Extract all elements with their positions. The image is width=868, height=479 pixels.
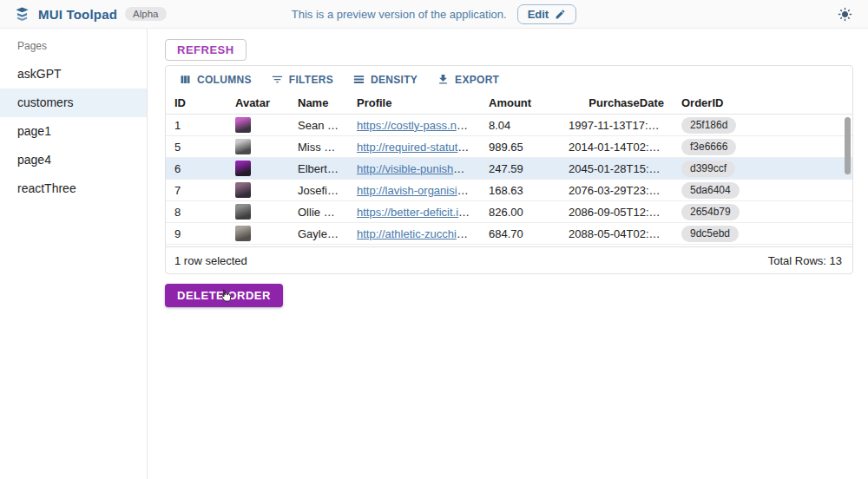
- toolbar-button-label: COLUMNS: [197, 74, 252, 86]
- table-row[interactable]: 8Ollie Green...https://better-deficit.in…: [166, 201, 852, 223]
- table-row[interactable]: 9Gayle Den...http://athletic-zucchini.or…: [166, 223, 852, 245]
- cell-avatar: [227, 139, 289, 154]
- preview-banner: This is a preview version of the applica…: [257, 4, 611, 24]
- column-header-profile[interactable]: Profile: [348, 96, 480, 109]
- cell-order-id: 25f186d: [673, 117, 852, 134]
- profile-link[interactable]: http://required-statute.org: [357, 141, 480, 154]
- page-customers: REFRESH COLUMNSFILTERSDENSITYEXPORT IDAv…: [148, 29, 868, 479]
- cell-purchase-date: 2088-05-04T02:31:03.294Z: [560, 227, 673, 240]
- cell-profile: http://lavish-organising.name: [348, 184, 480, 197]
- avatar: [235, 161, 251, 176]
- avatar: [235, 182, 251, 198]
- column-header-id[interactable]: ID: [166, 96, 227, 109]
- cell-avatar: [227, 204, 289, 220]
- cell-amount: 684.70: [480, 227, 560, 240]
- cell-profile: http://required-statute.org: [348, 141, 480, 154]
- profile-link[interactable]: http://athletic-zucchini.org: [357, 227, 480, 240]
- cell-amount: 989.65: [480, 141, 560, 154]
- toolbar-density-button[interactable]: DENSITY: [346, 70, 424, 89]
- view-columns-icon: [179, 73, 192, 86]
- table-row[interactable]: 6Elbert McL...http://visible-punishment.…: [166, 158, 852, 180]
- cell-order-id: 5da6404: [673, 182, 852, 199]
- app-title: MUI Toolpad: [38, 7, 117, 22]
- cell-profile: http://visible-punishment.net: [348, 162, 480, 175]
- cell-purchase-date: 1997-11-13T17:24:11.769Z: [560, 119, 673, 132]
- order-id-chip: 5da6404: [681, 182, 740, 199]
- toolbar-button-label: FILTERS: [289, 74, 333, 86]
- avatar: [235, 117, 251, 133]
- cell-name: Gayle Den...: [289, 227, 348, 240]
- cell-name: Miss Juan ...: [289, 141, 348, 154]
- cell-order-id: 9dc5ebd: [673, 226, 852, 242]
- cell-order-id: 2654b79: [673, 204, 852, 220]
- filter-icon: [271, 73, 284, 86]
- cell-purchase-date: 2014-01-14T02:37:28.536Z: [560, 141, 673, 154]
- cell-id: 8: [166, 206, 227, 219]
- data-grid-rows-viewport: 1Sean Harrishttps://costly-pass.name8.04…: [166, 115, 852, 246]
- profile-link[interactable]: https://better-deficit.info: [357, 206, 474, 219]
- column-header-avatar[interactable]: Avatar: [227, 96, 289, 109]
- sidebar-section-label: Pages: [0, 29, 147, 60]
- edit-button[interactable]: Edit: [517, 4, 577, 24]
- data-grid-footer: 1 row selected Total Rows: 13: [166, 246, 852, 273]
- toolbar-export-button[interactable]: EXPORT: [431, 70, 505, 89]
- cell-profile: https://costly-pass.name: [348, 119, 480, 132]
- cell-purchase-date: 2076-03-29T23:51:07.968Z: [560, 184, 673, 197]
- cell-purchase-date: 2086-09-05T12:37:27.015Z: [560, 206, 673, 219]
- theme-toggle-button[interactable]: [836, 5, 854, 23]
- cell-profile: https://better-deficit.info: [348, 206, 480, 219]
- order-id-chip: d399ccf: [681, 161, 735, 177]
- toolpad-logo-icon: [14, 6, 30, 23]
- cell-name: Sean Harris: [289, 119, 348, 132]
- toolbar-button-label: EXPORT: [455, 74, 499, 86]
- cell-id: 7: [166, 184, 227, 197]
- profile-link[interactable]: http://visible-punishment.net: [357, 162, 480, 175]
- sidebar-item-reactThree[interactable]: reactThree: [0, 174, 147, 203]
- toolbar-columns-button[interactable]: COLUMNS: [173, 70, 258, 89]
- column-header-orderid[interactable]: OrderID: [673, 96, 852, 109]
- data-grid-toolbar: COLUMNSFILTERSDENSITYEXPORT: [166, 66, 852, 91]
- avatar: [235, 204, 251, 220]
- cell-avatar: [227, 226, 289, 241]
- avatar: [235, 139, 251, 154]
- profile-link[interactable]: https://costly-pass.name: [357, 119, 478, 132]
- selected-rows-count: 1 row selected: [174, 254, 247, 267]
- column-header-amount[interactable]: Amount: [480, 96, 560, 109]
- sidebar-item-page1[interactable]: page1: [0, 117, 147, 146]
- table-row[interactable]: 7Josefina P...http://lavish-organising.n…: [166, 180, 852, 201]
- column-header-name[interactable]: Name: [289, 96, 348, 109]
- cell-avatar: [227, 182, 289, 198]
- cell-profile: http://athletic-zucchini.org: [348, 227, 480, 240]
- cell-id: 9: [166, 227, 227, 240]
- profile-link[interactable]: http://lavish-organising.name: [357, 184, 480, 197]
- sidebar-nav: askGPTcustomerspage1page4reactThree: [0, 60, 147, 203]
- delete-order-button[interactable]: DELETE ORDER: [165, 284, 283, 307]
- alpha-badge: Alpha: [125, 7, 166, 21]
- cell-id: 1: [166, 119, 227, 132]
- cell-name: Ollie Green...: [289, 206, 348, 219]
- order-id-chip: 25f186d: [681, 117, 736, 134]
- cell-id: 6: [166, 162, 227, 175]
- app-header: MUI Toolpad Alpha This is a preview vers…: [0, 0, 868, 29]
- cell-avatar: [227, 117, 289, 133]
- refresh-button[interactable]: REFRESH: [165, 39, 247, 61]
- order-id-chip: 9dc5ebd: [681, 226, 739, 242]
- sidebar: Pages askGPTcustomerspage1page4reactThre…: [0, 29, 148, 479]
- vertical-scrollbar[interactable]: [845, 117, 851, 174]
- cell-avatar: [227, 161, 289, 176]
- preview-banner-text: This is a preview version of the applica…: [292, 8, 507, 21]
- toolbar-filters-button[interactable]: FILTERS: [265, 70, 339, 89]
- table-row[interactable]: 1Sean Harrishttps://costly-pass.name8.04…: [166, 115, 852, 136]
- column-header-purchasedate[interactable]: PurchaseDate: [560, 96, 673, 109]
- cell-name: Josefina P...: [289, 184, 348, 197]
- cell-name: Elbert McL...: [289, 162, 348, 175]
- sidebar-item-customers[interactable]: customers: [0, 89, 147, 117]
- cell-amount: 8.04: [480, 119, 560, 132]
- cell-id: 5: [166, 141, 227, 154]
- data-grid: COLUMNSFILTERSDENSITYEXPORT IDAvatarName…: [165, 65, 853, 274]
- sidebar-item-page4[interactable]: page4: [0, 146, 147, 174]
- table-row[interactable]: 5Miss Juan ...http://required-statute.or…: [166, 136, 852, 158]
- sidebar-item-askGPT[interactable]: askGPT: [0, 60, 147, 89]
- sun-icon: [838, 7, 852, 22]
- avatar: [235, 226, 251, 241]
